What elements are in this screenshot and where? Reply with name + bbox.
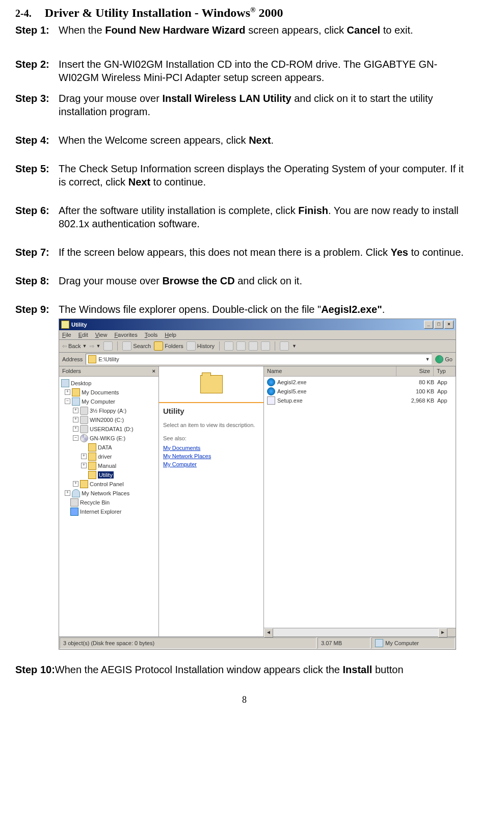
computer-icon [72, 397, 80, 406]
file-row[interactable]: AegisI5.exe 100 KB App [264, 387, 456, 396]
tree-label: WIN2000 (C:) [90, 416, 124, 423]
text: screen appears, click [246, 24, 347, 36]
tree-driver[interactable]: +driver [61, 452, 156, 461]
section-title-a: Driver & Utility Installation - Windows [45, 6, 250, 19]
tree-label: My Documents [82, 389, 119, 396]
tree-userdata[interactable]: +USERDATA1 (D:) [61, 424, 156, 434]
step: Step 7: If the screen below appears, thi… [15, 246, 473, 259]
tree-gnwikg[interactable]: −GN-WIKG (E:) [61, 434, 156, 443]
details-description: Select an item to view its description. [163, 421, 259, 429]
tree-recyclebin[interactable]: Recycle Bin [61, 498, 156, 507]
see-also-label: See also: [163, 435, 259, 442]
file-size: 80 KB [404, 379, 434, 386]
forward-button[interactable]: ⇨▼ [90, 342, 100, 350]
step: Step 6: After the software utility insta… [15, 204, 473, 230]
files-header: Name Size Typ [264, 366, 456, 376]
close-button[interactable]: × [444, 321, 454, 329]
section-title-b: 2000 [256, 6, 283, 19]
text: button [372, 664, 403, 675]
search-icon [122, 341, 131, 351]
menu-favorites[interactable]: Favorites [114, 331, 137, 338]
menubar: File Edit View Favorites Tools Help [59, 330, 456, 340]
tree-win2000[interactable]: +WIN2000 (C:) [61, 415, 156, 424]
status-text: My Computer [385, 640, 419, 647]
folder-icon [88, 355, 96, 363]
tree-label: Manual [98, 462, 116, 469]
tree-desktop[interactable]: Desktop [61, 379, 156, 388]
column-type[interactable]: Typ [434, 366, 456, 376]
tree-controlpanel[interactable]: +Control Panel [61, 480, 156, 489]
menu-view[interactable]: View [95, 331, 108, 338]
tree-manual[interactable]: +Manual [61, 461, 156, 470]
status-objects: 3 object(s) (Disk free space: 0 bytes) [60, 637, 316, 649]
step-label: Step 2: [15, 58, 59, 84]
scroll-right-icon[interactable]: ► [438, 628, 447, 637]
step: Step 1: When the Found New Hardware Wiza… [15, 23, 473, 37]
addressbar: Address E:\Utility ▼ Go [59, 353, 456, 366]
column-name[interactable]: Name [264, 366, 396, 376]
page-number: 8 [15, 694, 473, 706]
link-mynetwork[interactable]: My Network Places [163, 453, 259, 460]
toolbar-icon[interactable] [261, 341, 270, 351]
step-label: Step 1: [15, 23, 59, 37]
cd-icon [80, 434, 88, 442]
go-button[interactable]: Go [435, 355, 453, 363]
back-label: Back [68, 342, 81, 350]
menu-help[interactable]: Help [165, 331, 176, 338]
tree-mycomputer[interactable]: −My Computer [61, 397, 156, 406]
file-size: 100 KB [404, 388, 434, 395]
bold-text: Next [249, 135, 271, 146]
tree-data[interactable]: DATA [61, 443, 156, 452]
views-button[interactable] [280, 341, 289, 351]
tree-label: 3½ Floppy (A:) [90, 407, 126, 414]
big-folder-icon [200, 375, 223, 393]
folder-tree: Desktop +My Documents −My Computer +3½ F… [59, 377, 158, 518]
scroll-left-icon[interactable]: ◄ [264, 628, 273, 637]
file-name: Setup.exe [277, 397, 404, 404]
file-type: App [434, 397, 453, 404]
bold-text: Browse the CD [162, 275, 234, 286]
toolbar-icon[interactable] [236, 341, 246, 351]
address-input[interactable]: E:\Utility ▼ [86, 354, 432, 365]
column-size[interactable]: Size [396, 366, 434, 376]
tree-label: My Computer [82, 398, 115, 405]
text: When the Welcome screen appears, click [59, 135, 249, 146]
bold-text: Yes [390, 247, 408, 258]
history-button[interactable]: History [187, 341, 215, 351]
maximize-button[interactable]: □ [434, 321, 443, 329]
bold-text: Cancel [347, 24, 381, 36]
link-mydocuments[interactable]: My Documents [163, 444, 259, 451]
tree-utility[interactable]: Utility [61, 470, 156, 480]
up-button[interactable] [103, 341, 113, 351]
minimize-button[interactable]: _ [424, 321, 433, 329]
folder-icon [88, 462, 96, 470]
file-row[interactable]: AegisI2.exe 80 KB App [264, 378, 456, 387]
tree-mynetwork[interactable]: +My Network Places [61, 489, 156, 498]
text: If the screen below appears, this does n… [59, 247, 390, 258]
menu-edit[interactable]: Edit [78, 331, 88, 338]
file-name: AegisI2.exe [277, 379, 404, 386]
text: Drag your mouse over [59, 93, 162, 104]
bold-text: Found New Hardware Wizard [105, 24, 245, 36]
tree-mydocuments[interactable]: +My Documents [61, 388, 156, 397]
horizontal-scrollbar[interactable]: ◄ ► [264, 628, 456, 636]
file-row[interactable]: Setup.exe 2,968 KB App [264, 396, 456, 405]
toolbar-icon[interactable] [224, 341, 233, 351]
step-label: Step 6: [15, 204, 59, 230]
close-icon[interactable]: × [152, 367, 155, 375]
explorer-window: Utility _ □ × File Edit View Favorites T… [59, 318, 456, 650]
link-mycomputer[interactable]: My Computer [163, 461, 259, 468]
status-size: 3.07 MB [317, 637, 370, 649]
step-label: Step 5: [15, 162, 59, 189]
computer-icon [375, 639, 383, 647]
search-button[interactable]: Search [122, 341, 151, 351]
menu-tools[interactable]: Tools [145, 331, 158, 338]
chevron-down-icon[interactable]: ▼ [425, 357, 430, 363]
back-button[interactable]: ⇦Back▼ [62, 342, 87, 350]
menu-file[interactable]: File [62, 331, 71, 338]
bold-text: AegisI2.exe" [321, 304, 382, 315]
tree-ie[interactable]: Internet Explorer [61, 507, 156, 516]
folders-button[interactable]: Folders [154, 341, 183, 351]
toolbar-icon[interactable] [249, 341, 258, 351]
tree-floppy[interactable]: +3½ Floppy (A:) [61, 406, 156, 415]
